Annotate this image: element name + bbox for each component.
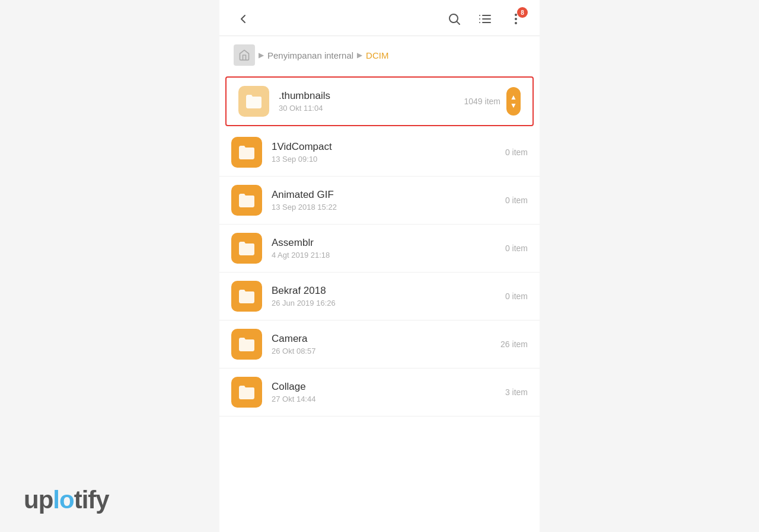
folder-name: Assemblr: [272, 237, 505, 249]
brand-part2: lo: [53, 486, 74, 514]
folder-count: 0 item: [505, 243, 528, 253]
breadcrumb-separator-2: ▶: [357, 51, 362, 59]
folder-item[interactable]: Assemblr4 Agt 2019 21:180 item: [219, 225, 540, 273]
folder-info: Camera26 Okt 08:57: [272, 333, 500, 355]
watermark: uplotify: [24, 486, 109, 514]
folder-count: 0 item: [505, 196, 528, 205]
folder-name: Camera: [272, 333, 500, 345]
folder-name: 1VidCompact: [272, 141, 505, 153]
folder-item[interactable]: Camera26 Okt 08:5726 item: [219, 321, 540, 368]
folder-info: Bekraf 201826 Jun 2019 16:26: [272, 285, 505, 307]
folder-count: 0 item: [505, 148, 528, 157]
folder-name: .thumbnails: [279, 90, 464, 102]
folder-icon: [238, 288, 256, 305]
folder-item[interactable]: .thumbnails30 Okt 11:041049 item ▲ ▼: [225, 76, 534, 126]
folder-count: 1049 item: [464, 97, 500, 106]
folder-item[interactable]: Animated GIF13 Sep 2018 15:220 item: [219, 177, 540, 225]
scroll-up-arrow[interactable]: ▲: [510, 94, 517, 101]
folder-icon-wrap: [231, 137, 262, 168]
notification-badge: 8: [517, 7, 528, 18]
folder-date: 26 Okt 08:57: [272, 347, 500, 355]
folder-icon: [238, 192, 256, 209]
folder-date: 27 Okt 14:44: [272, 395, 505, 403]
list-icon: [478, 12, 492, 26]
folder-icon: [238, 144, 256, 161]
folder-date: 4 Agt 2019 21:18: [272, 251, 505, 259]
phone-container: 8 ▶ Penyimpanan internal ▶ DCIM .thumbna…: [219, 0, 540, 532]
breadcrumb: ▶ Penyimpanan internal ▶ DCIM: [219, 36, 540, 74]
folder-name: Collage: [272, 381, 505, 393]
search-button[interactable]: [445, 9, 464, 28]
svg-point-0: [449, 14, 458, 23]
folder-date: 13 Sep 09:10: [272, 155, 505, 164]
svg-line-1: [457, 22, 460, 24]
folder-item[interactable]: 1VidCompact13 Sep 09:100 item: [219, 129, 540, 177]
folder-info: Animated GIF13 Sep 2018 15:22: [272, 189, 505, 211]
breadcrumb-separator-1: ▶: [259, 51, 264, 59]
scroll-arrows[interactable]: ▲ ▼: [506, 87, 521, 116]
home-icon[interactable]: [234, 44, 255, 66]
list-view-button[interactable]: [476, 9, 495, 28]
folder-icon-wrap: [238, 86, 269, 117]
more-options-button[interactable]: 8: [506, 9, 525, 28]
folder-info: .thumbnails30 Okt 11:04: [279, 90, 464, 113]
svg-point-9: [515, 18, 516, 20]
top-bar-actions: 8: [445, 9, 525, 28]
back-button[interactable]: [234, 9, 253, 28]
folder-info: Assemblr4 Agt 2019 21:18: [272, 237, 505, 259]
folder-item[interactable]: Collage27 Okt 14:443 item: [219, 368, 540, 416]
folder-icon-wrap: [231, 329, 262, 360]
folder-info: Collage27 Okt 14:44: [272, 381, 505, 403]
folder-icon: [245, 93, 263, 110]
folder-icon: [238, 384, 256, 400]
breadcrumb-current[interactable]: DCIM: [366, 50, 388, 60]
folder-count: 0 item: [505, 291, 528, 301]
folder-date: 26 Jun 2019 16:26: [272, 299, 505, 307]
breadcrumb-parent[interactable]: Penyimpanan internal: [267, 50, 353, 60]
folder-count: 26 item: [500, 339, 528, 349]
folder-icon-wrap: [231, 281, 262, 312]
brand-part3: tify: [74, 486, 109, 514]
folder-date: 13 Sep 2018 15:22: [272, 203, 505, 211]
svg-point-8: [515, 14, 516, 15]
folder-icon-wrap: [231, 377, 262, 408]
folder-item[interactable]: Bekraf 201826 Jun 2019 16:260 item: [219, 273, 540, 321]
folder-date: 30 Okt 11:04: [279, 104, 464, 113]
folder-icon-wrap: [231, 233, 262, 264]
top-bar: 8: [219, 0, 540, 36]
folder-name: Bekraf 2018: [272, 285, 505, 297]
svg-point-10: [515, 23, 516, 24]
back-icon: [236, 12, 250, 26]
folder-list: .thumbnails30 Okt 11:041049 item ▲ ▼ 1Vi…: [219, 76, 540, 416]
folder-name: Animated GIF: [272, 189, 505, 201]
folder-icon: [238, 240, 256, 257]
scroll-down-arrow[interactable]: ▼: [510, 102, 517, 109]
folder-icon: [238, 336, 256, 352]
search-icon: [447, 12, 461, 26]
folder-info: 1VidCompact13 Sep 09:10: [272, 141, 505, 164]
brand-part1: up: [24, 486, 53, 514]
folder-icon-wrap: [231, 185, 262, 216]
folder-count: 3 item: [505, 387, 528, 397]
